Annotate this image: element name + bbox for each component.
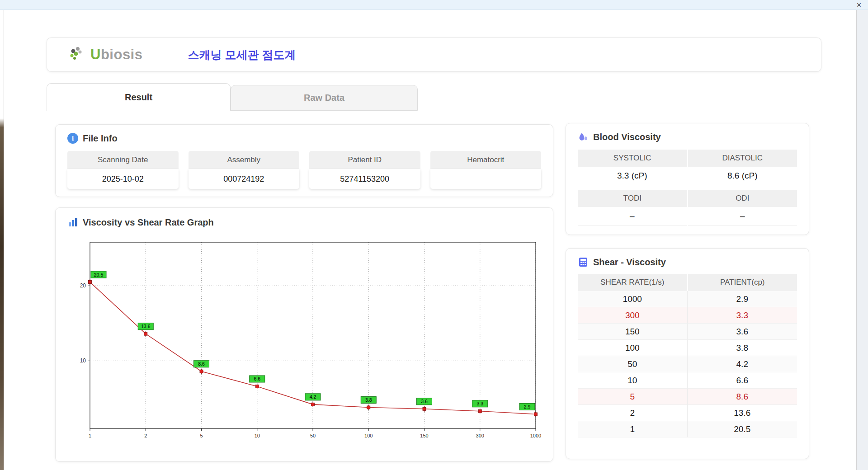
ubiosis-logo-icon	[68, 45, 88, 65]
svg-text:1000: 1000	[530, 433, 541, 438]
sv-cell-patient: 6.6	[688, 372, 797, 389]
table-row: 1003.8	[578, 340, 797, 356]
desktop-background-sliver	[0, 10, 4, 470]
bv-header-todi: TODI	[578, 190, 687, 207]
bv-header-systolic: SYSTOLIC	[578, 150, 687, 167]
field-patient-id: Patient ID 52741153200	[309, 151, 420, 189]
screen: × Ubiosis 스캐닝 모세관 점도계 Result Raw Data	[0, 0, 868, 470]
svg-text:10: 10	[80, 357, 86, 364]
sv-cell-patient: 8.6	[688, 389, 797, 405]
field-hematocrit: Hematocrit	[430, 151, 542, 189]
svg-text:3.3: 3.3	[476, 401, 483, 406]
shear-viscosity-table: SHEAR RATE(1/s) PATIENT(cp) 10002.9 3003…	[578, 274, 797, 437]
window-titlebar: ×	[0, 0, 868, 10]
table-row: 120.5	[578, 421, 797, 437]
file-info-title: File Info	[83, 133, 118, 144]
sv-cell-patient: 2.9	[688, 291, 797, 307]
window-scroll-strip[interactable]	[856, 10, 868, 470]
table-row: 58.6	[578, 389, 797, 405]
svg-text:100: 100	[364, 433, 373, 438]
graph-title: Viscosity vs Shear Rate Graph	[83, 217, 214, 228]
blood-viscosity-title: Blood Viscosity	[593, 132, 661, 142]
logo: Ubiosis	[68, 45, 142, 65]
svg-text:3.8: 3.8	[365, 397, 372, 403]
field-label: Scanning Date	[67, 151, 179, 169]
tab-raw-data[interactable]: Raw Data	[231, 85, 418, 111]
svg-text:1: 1	[89, 433, 91, 438]
svg-text:5: 5	[200, 433, 203, 438]
svg-text:20.5: 20.5	[94, 272, 104, 277]
sv-cell-shear: 10	[578, 372, 688, 389]
table-row: 213.6	[578, 405, 797, 421]
bar-chart-icon	[67, 217, 78, 228]
sv-cell-shear: 5	[578, 389, 688, 405]
shear-viscosity-card: Shear - Viscosity SHEAR RATE(1/s) PATIEN…	[566, 248, 809, 459]
sv-cell-shear: 50	[578, 356, 688, 372]
viscosity-chart: 12510501001503001000102020.513.68.66.64.…	[72, 239, 542, 455]
close-icon[interactable]: ×	[854, 0, 863, 9]
bv-value-odi: –	[688, 207, 797, 226]
field-assembly: Assembly 000724192	[189, 151, 300, 189]
blood-viscosity-table: SYSTOLIC DIASTOLIC 3.3 (cP) 8.6 (cP) TOD…	[578, 150, 797, 226]
svg-text:3.6: 3.6	[421, 399, 428, 404]
info-icon: i	[67, 133, 78, 144]
svg-text:50: 50	[310, 433, 316, 438]
field-value: 52741153200	[309, 169, 420, 189]
svg-text:2.9: 2.9	[524, 404, 531, 409]
svg-text:4.2: 4.2	[310, 394, 316, 400]
sv-cell-patient: 20.5	[688, 421, 797, 437]
table-row: 3003.3	[578, 307, 797, 324]
table-row: 106.6	[578, 372, 797, 389]
sv-cell-shear: 2	[578, 405, 688, 421]
logo-text: Ubiosis	[90, 47, 142, 63]
blood-viscosity-card: Blood Viscosity SYSTOLIC DIASTOLIC 3.3 (…	[566, 123, 809, 235]
sv-cell-patient: 3.8	[688, 340, 797, 356]
header-card: Ubiosis 스캐닝 모세관 점도계	[47, 38, 821, 72]
field-scanning-date: Scanning Date 2025-10-02	[67, 151, 179, 189]
sv-col-patient: PATIENT(cp)	[688, 274, 797, 291]
bv-header-odi: ODI	[688, 190, 797, 207]
sv-cell-patient: 13.6	[688, 405, 797, 421]
svg-text:150: 150	[420, 433, 428, 438]
field-label: Assembly	[189, 151, 300, 169]
file-info-fields: Scanning Date 2025-10-02 Assembly 000724…	[67, 151, 541, 189]
sv-cell-shear: 150	[578, 324, 688, 340]
field-value: 2025-10-02	[67, 169, 179, 189]
logo-text-rest: biosis	[101, 47, 143, 62]
table-row: 1503.6	[578, 324, 797, 340]
sv-cell-shear: 1000	[578, 291, 688, 307]
tab-result[interactable]: Result	[47, 83, 231, 111]
table-row: 504.2	[578, 356, 797, 372]
bv-value-diastolic: 8.6 (cP)	[688, 167, 797, 185]
sv-cell-patient: 4.2	[688, 356, 797, 372]
svg-text:10: 10	[255, 433, 260, 438]
sv-cell-shear: 300	[578, 307, 688, 324]
page-title: 스캐닝 모세관 점도계	[188, 47, 296, 62]
shear-viscosity-title: Shear - Viscosity	[593, 257, 666, 268]
calculator-icon	[578, 257, 589, 268]
logo-text-first: U	[90, 47, 101, 62]
bv-value-systolic: 3.3 (cP)	[578, 167, 687, 185]
svg-text:2: 2	[144, 433, 147, 438]
field-value	[430, 169, 542, 189]
sv-cell-shear: 100	[578, 340, 688, 356]
svg-text:8.6: 8.6	[198, 361, 205, 367]
water-drop-icon	[578, 132, 589, 142]
svg-text:13.6: 13.6	[141, 324, 151, 329]
file-info-card: i File Info Scanning Date 2025-10-02 Ass…	[55, 124, 553, 197]
viscosity-graph-card: Viscosity vs Shear Rate Graph 1251050100…	[55, 207, 553, 462]
svg-text:300: 300	[476, 433, 484, 438]
sv-cell-patient: 3.3	[688, 307, 797, 324]
field-label: Patient ID	[309, 151, 420, 169]
sv-col-shear-rate: SHEAR RATE(1/s)	[578, 274, 687, 291]
sv-cell-shear: 1	[578, 421, 688, 437]
svg-text:20: 20	[80, 282, 86, 289]
field-value: 000724192	[189, 169, 300, 189]
field-label: Hematocrit	[430, 151, 542, 169]
svg-text:6.6: 6.6	[254, 376, 260, 381]
table-row: 10002.9	[578, 291, 797, 307]
bv-header-diastolic: DIASTOLIC	[688, 150, 797, 167]
sv-cell-patient: 3.6	[688, 324, 797, 340]
bv-value-todi: –	[578, 207, 687, 226]
